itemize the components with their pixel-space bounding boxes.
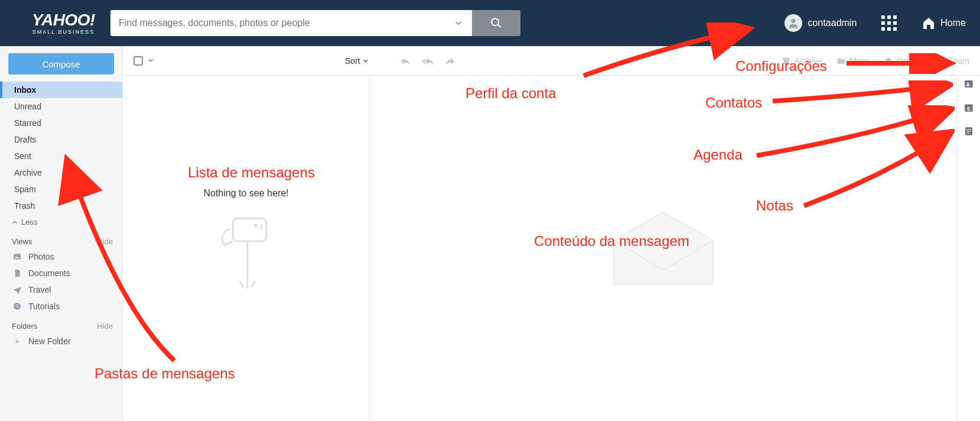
documents-icon: [12, 268, 22, 278]
notes-icon[interactable]: [963, 125, 975, 137]
profile-name: contaadmin: [808, 18, 857, 28]
right-rail: 5: [956, 46, 980, 421]
svg-rect-2: [14, 254, 21, 259]
svg-point-0: [491, 18, 499, 25]
message-content-pane: [370, 46, 956, 421]
move-button[interactable]: Move: [836, 56, 870, 66]
svg-point-10: [255, 225, 257, 227]
avatar-icon: [784, 14, 802, 32]
select-all-checkbox[interactable]: [134, 56, 143, 66]
folder-list: Inbox Unread Starred Drafts Sent Archive…: [0, 82, 122, 214]
folder-label: Spam: [14, 184, 36, 194]
views-hide[interactable]: Hide: [97, 237, 113, 246]
message-toolbar: Sort Archive Move Delete: [123, 46, 980, 76]
sidebar: Compose Inbox Unread Starred Drafts Sent…: [0, 46, 123, 421]
yahoo-logo[interactable]: YAHOO! SMALL BUSINESS: [32, 12, 95, 35]
folder-label: Archive: [14, 168, 42, 177]
views-section-header: Views Hide: [0, 230, 122, 248]
search-box: [110, 10, 472, 36]
calendar-icon[interactable]: 5: [963, 102, 975, 114]
forward-icon[interactable]: [444, 55, 456, 67]
spam-button[interactable]: Spam: [935, 56, 969, 66]
folder-sent[interactable]: Sent: [0, 148, 122, 164]
view-label: Travel: [28, 285, 51, 294]
empty-list-text: Nothing to see here!: [203, 188, 288, 199]
view-label: Photos: [28, 252, 54, 261]
photos-icon: [12, 251, 22, 262]
view-documents[interactable]: Documents: [0, 265, 122, 281]
chevron-down-icon: [363, 58, 369, 64]
message-list-pane: Nothing to see here!: [123, 46, 370, 421]
compose-label: Compose: [42, 59, 80, 69]
svg-text:?: ?: [16, 303, 19, 309]
search-wrap: [110, 10, 520, 36]
empty-envelope-icon: [607, 210, 719, 287]
search-dropdown-caret[interactable]: [453, 18, 464, 28]
header-bar: YAHOO! SMALL BUSINESS contaadmin Home: [0, 0, 980, 46]
folder-trash[interactable]: Trash: [0, 197, 122, 214]
plus-icon: +: [12, 336, 22, 346]
compose-button[interactable]: Compose: [8, 53, 114, 75]
spam-icon: [935, 56, 944, 66]
views-heading: Views: [12, 237, 32, 246]
svg-rect-6: [783, 60, 789, 64]
svg-rect-8: [233, 218, 266, 241]
folders-section-header: Folders Hide: [0, 315, 122, 333]
move-label: Move: [849, 56, 870, 66]
view-label: Documents: [28, 268, 70, 278]
folders-heading: Folders: [12, 322, 37, 331]
new-folder-button[interactable]: + New Folder: [0, 333, 122, 349]
move-icon: [836, 56, 846, 66]
travel-icon: [12, 284, 22, 295]
select-dropdown-caret[interactable]: [148, 57, 154, 64]
view-tutorials[interactable]: ? Tutorials: [0, 298, 122, 315]
spam-label: Spam: [948, 56, 969, 66]
svg-rect-5: [783, 57, 790, 59]
delete-label: Delete: [897, 56, 920, 66]
view-photos[interactable]: Photos: [0, 248, 122, 265]
delete-icon: [884, 56, 893, 66]
folder-label: Starred: [14, 118, 41, 128]
archive-icon: [782, 56, 791, 66]
home-label: Home: [940, 18, 966, 28]
folder-label: Drafts: [14, 135, 36, 144]
archive-button[interactable]: Archive: [782, 56, 822, 66]
folder-archive[interactable]: Archive: [0, 164, 122, 181]
chevron-up-icon: [12, 219, 18, 225]
folders-hide[interactable]: Hide: [97, 322, 113, 331]
logo-main-text: YAHOO!: [32, 12, 95, 28]
svg-point-1: [791, 19, 795, 23]
folder-spam[interactable]: Spam: [0, 181, 122, 197]
view-travel[interactable]: Travel: [0, 281, 122, 298]
logo-sub-text: SMALL BUSINESS: [32, 30, 95, 35]
sort-button[interactable]: Sort: [345, 56, 369, 66]
less-toggle[interactable]: Less: [0, 214, 122, 230]
profile-button[interactable]: contaadmin: [784, 14, 857, 32]
tutorials-icon: ?: [12, 301, 22, 312]
folder-drafts[interactable]: Drafts: [0, 131, 122, 148]
home-icon: [922, 16, 936, 30]
home-button[interactable]: Home: [922, 16, 966, 30]
reply-all-icon[interactable]: [422, 55, 434, 67]
folder-label: Sent: [14, 151, 31, 161]
folder-unread[interactable]: Unread: [0, 98, 122, 115]
svg-point-13: [966, 82, 969, 85]
view-label: Tutorials: [28, 302, 60, 311]
folder-label: Trash: [14, 201, 35, 210]
calendar-badge: 5: [967, 106, 970, 112]
empty-mailbox-icon: [214, 209, 279, 298]
delete-button[interactable]: Delete: [884, 56, 920, 66]
folder-label: Inbox: [14, 85, 36, 95]
folder-inbox[interactable]: Inbox: [0, 82, 122, 98]
archive-label: Archive: [795, 56, 822, 66]
main-area: Sort Archive Move Delete: [123, 46, 980, 421]
search-button[interactable]: [472, 10, 520, 36]
new-folder-label: New Folder: [28, 336, 71, 346]
search-input[interactable]: [119, 18, 453, 28]
folder-starred[interactable]: Starred: [0, 115, 122, 131]
reply-icon[interactable]: [399, 55, 411, 67]
contacts-icon[interactable]: [963, 78, 975, 90]
less-label: Less: [21, 218, 37, 226]
sort-label: Sort: [345, 56, 360, 66]
apps-grid-icon[interactable]: [881, 15, 897, 31]
